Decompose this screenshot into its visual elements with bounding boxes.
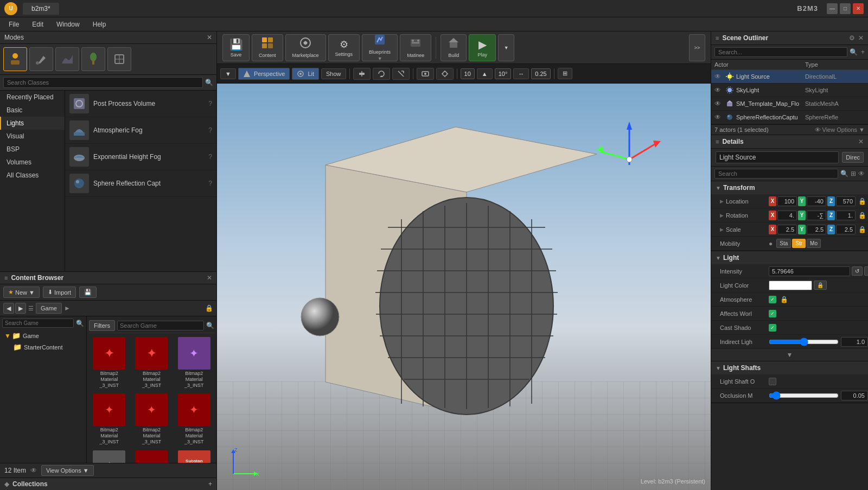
- folder-search-button[interactable]: 🔍: [76, 320, 84, 327]
- angle-button[interactable]: ▲: [477, 68, 493, 79]
- list-item[interactable]: ⬡ Bitmap2Material_3_INST: [89, 449, 129, 463]
- scale-z-input[interactable]: [836, 225, 856, 234]
- folder-starter-content[interactable]: 📁 StarterContent: [2, 341, 84, 353]
- details-close-button[interactable]: ✕: [858, 138, 864, 145]
- back-button[interactable]: ◀: [3, 303, 14, 314]
- details-search-button[interactable]: 🔍: [840, 170, 848, 177]
- rotation-lock-button[interactable]: 🔒: [858, 212, 866, 219]
- list-item[interactable]: Sphere Reflection Capt ?: [65, 170, 216, 197]
- list-item[interactable]: Atmospheric Fog ?: [65, 117, 216, 144]
- viewport[interactable]: ▼ Perspective Lit Show: [217, 64, 711, 490]
- lit-button[interactable]: Lit: [292, 68, 319, 80]
- scale-tool-button[interactable]: [392, 68, 410, 80]
- cat-recently-placed[interactable]: Recently Placed: [0, 91, 65, 104]
- cat-volumes[interactable]: Volumes: [0, 156, 65, 169]
- list-item[interactable]: ✦ Bitmap2Material_3_INST: [89, 335, 129, 390]
- intensity-reset-button[interactable]: ↺: [852, 266, 863, 276]
- content-browser-close[interactable]: ✕: [207, 274, 212, 282]
- search-classes-button[interactable]: 🔍: [205, 79, 213, 86]
- maximize-button[interactable]: □: [840, 3, 851, 14]
- exp-height-fog-info-button[interactable]: ?: [208, 153, 212, 161]
- atmosphere-lock-button[interactable]: 🔒: [780, 296, 788, 303]
- details-grid-button[interactable]: ⊞: [851, 170, 856, 177]
- lock-button[interactable]: 🔒: [205, 304, 213, 312]
- view-options-button[interactable]: View Options ▼: [41, 465, 94, 476]
- rotate-tool-button[interactable]: [373, 68, 390, 80]
- list-item[interactable]: ✦ Bitmap2Material_3_INST: [174, 392, 214, 446]
- cat-all-classes[interactable]: All Classes: [0, 169, 65, 182]
- content-button[interactable]: Content: [252, 34, 283, 61]
- transform-section-header[interactable]: ▼ Transform: [711, 181, 868, 194]
- light-color-swatch[interactable]: [769, 281, 812, 290]
- maximize-viewport-button[interactable]: ⊞: [558, 68, 572, 79]
- close-button[interactable]: ✕: [853, 3, 864, 14]
- so-row-sphere-reflection[interactable]: 👁 SphereReflectionCaptu SphereRefle: [711, 111, 868, 124]
- save-content-button[interactable]: 💾: [79, 287, 97, 298]
- mobility-static-button[interactable]: Sta: [776, 239, 791, 248]
- play-options-button[interactable]: ▼: [498, 34, 514, 61]
- location-x-input[interactable]: [777, 196, 797, 206]
- list-item[interactable]: ✦ Bitmap2Material_3_INST: [131, 449, 171, 463]
- scale-y-input[interactable]: [807, 225, 826, 234]
- mode-foliage[interactable]: [81, 47, 105, 71]
- viewport-settings-button[interactable]: [436, 68, 454, 80]
- occlusion-input[interactable]: [841, 391, 868, 400]
- transform-button[interactable]: [353, 68, 371, 80]
- add-collection-button[interactable]: +: [208, 480, 212, 488]
- list-item[interactable]: Post Process Volume ?: [65, 91, 216, 117]
- affects-world-checkbox[interactable]: ✓: [769, 310, 776, 317]
- so-row-skylight[interactable]: 👁 SkyLight SkyLight: [711, 84, 868, 97]
- cast-shadow-checkbox[interactable]: ✓: [769, 324, 776, 332]
- scale-lock-button[interactable]: 🔒: [858, 226, 866, 233]
- mobility-movable-button[interactable]: Mo: [807, 239, 821, 248]
- post-process-info-button[interactable]: ?: [208, 100, 212, 107]
- actor-type-button[interactable]: Direc: [842, 152, 864, 163]
- scene-outliner-options-button[interactable]: ⚙: [849, 34, 855, 42]
- light-shafts-header[interactable]: ▼ Light Shafts: [711, 361, 868, 374]
- save-button[interactable]: 💾 Save: [222, 34, 250, 61]
- location-z-input[interactable]: [836, 196, 856, 206]
- location-y-input[interactable]: [807, 196, 826, 206]
- mobility-stationary-button[interactable]: Str: [792, 239, 806, 248]
- so-search-input[interactable]: [714, 47, 847, 57]
- minimize-button[interactable]: —: [827, 3, 838, 14]
- atmosphere-checkbox[interactable]: ✓: [769, 296, 776, 303]
- content-search-input[interactable]: [117, 321, 204, 330]
- marketplace-button[interactable]: Marketplace: [285, 34, 326, 61]
- list-item[interactable]: ✦ Bitmap2Material_3_INST: [174, 335, 214, 390]
- mode-place[interactable]: [3, 47, 27, 71]
- matinee-button[interactable]: Matinee: [400, 34, 431, 61]
- cat-basic[interactable]: Basic: [0, 104, 65, 117]
- so-search-button[interactable]: 🔍: [850, 48, 858, 56]
- cat-lights[interactable]: Lights: [0, 117, 65, 130]
- light-section-header[interactable]: ▼ Light: [711, 251, 868, 264]
- indirect-light-slider[interactable]: [769, 338, 839, 346]
- perspective-button[interactable]: Perspective: [238, 68, 290, 80]
- mode-landscape[interactable]: [55, 47, 79, 71]
- indirect-light-input[interactable]: [841, 337, 868, 347]
- modes-close-button[interactable]: ✕: [207, 34, 212, 41]
- location-lock-button[interactable]: 🔒: [858, 198, 866, 205]
- menu-help[interactable]: Help: [87, 19, 112, 30]
- build-button[interactable]: Build: [441, 34, 467, 61]
- mode-paint[interactable]: [29, 47, 53, 71]
- forward-button[interactable]: ▶: [15, 303, 26, 314]
- list-item[interactable]: ✦ Bitmap2Material_3_INST: [131, 392, 171, 446]
- list-item[interactable]: ✦ Bitmap2Material_3_INST: [131, 335, 171, 390]
- folder-game[interactable]: ▼ 📁 Game: [2, 330, 84, 341]
- import-button[interactable]: ⬇ Import: [43, 287, 76, 298]
- settings-button[interactable]: ⚙ Settings: [328, 34, 360, 61]
- cat-visual[interactable]: Visual: [0, 130, 65, 143]
- scale-x-input[interactable]: [777, 225, 797, 234]
- new-button[interactable]: ★ New ▼: [3, 287, 40, 298]
- search-classes-input[interactable]: [3, 77, 203, 88]
- so-add-actor-button[interactable]: +: [861, 48, 865, 56]
- content-search-button[interactable]: 🔍: [206, 322, 214, 329]
- list-item[interactable]: Exponential Height Fog ?: [65, 144, 216, 170]
- angle-value[interactable]: 10°: [495, 68, 512, 79]
- details-search-input[interactable]: [714, 169, 838, 179]
- light-color-lock-button[interactable]: 🔒: [814, 281, 827, 290]
- actor-name-input[interactable]: [716, 151, 839, 163]
- mode-mesh[interactable]: [107, 47, 131, 71]
- game-nav-item[interactable]: Game: [36, 303, 62, 314]
